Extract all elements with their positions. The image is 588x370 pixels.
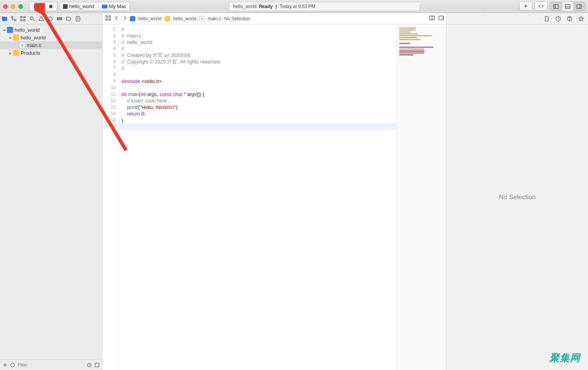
status-project: hello_world: [233, 4, 258, 9]
scheme-device[interactable]: My Mac [99, 2, 130, 11]
disclosure-icon[interactable] [8, 51, 12, 55]
window-traffic-lights [3, 4, 23, 9]
scheme-target[interactable]: hello_world [60, 2, 97, 11]
code-line[interactable] [121, 71, 394, 78]
activity-status[interactable]: hello_world: Ready | Today at 9:53 PM [229, 2, 420, 11]
code-line[interactable]: // insert code here... [121, 97, 394, 104]
breadcrumb-label: No Selection [224, 16, 250, 21]
svg-point-7 [11, 16, 13, 18]
status-state: Ready [259, 4, 273, 9]
scheme-device-label: My Mac [109, 3, 126, 9]
source-control-icon[interactable] [11, 16, 17, 22]
toolbar: hello_world › My Mac hello_world: Ready … [0, 0, 588, 13]
breadcrumb-label: main.c [207, 16, 221, 21]
toggle-left-panel[interactable] [550, 2, 562, 11]
file-inspector-icon[interactable] [544, 16, 550, 22]
find-navigator-icon[interactable] [29, 16, 35, 22]
breadcrumb-2[interactable]: cmain.c [199, 16, 221, 21]
tree-item-hello_world[interactable]: hello_world [0, 26, 102, 34]
code-line[interactable] [121, 84, 394, 91]
minimap[interactable] [397, 24, 446, 370]
chevron-right-icon: › [197, 16, 198, 21]
help-inspector-icon[interactable] [567, 16, 573, 22]
close-window-button[interactable] [3, 4, 8, 9]
code-line[interactable]: // [121, 26, 394, 32]
svg-rect-23 [109, 19, 110, 20]
debug-navigator-icon[interactable] [57, 16, 63, 22]
code-line[interactable]: // Created by 亓官 on 2020/3/8. [121, 52, 394, 58]
filter-scope-icon[interactable] [10, 362, 15, 368]
add-icon[interactable] [2, 362, 8, 368]
breadcrumb-1[interactable]: hello_world [165, 16, 196, 21]
code-line[interactable]: // [121, 65, 394, 71]
navigator-tabs [0, 13, 102, 24]
tree-item-Products[interactable]: Products [0, 49, 102, 57]
disclosure-icon[interactable] [8, 36, 12, 39]
code-line[interactable]: // hello_world [121, 39, 394, 45]
symbol-navigator-icon[interactable] [20, 16, 26, 22]
svg-point-17 [11, 363, 15, 367]
nav-forward-button[interactable] [121, 15, 128, 23]
svg-rect-15 [57, 19, 62, 20]
nav-back-button[interactable] [113, 15, 120, 23]
breakpoint-navigator-icon[interactable] [66, 16, 72, 22]
svg-rect-5 [577, 5, 582, 8]
test-navigator-icon[interactable] [47, 16, 53, 22]
minimize-window-button[interactable] [11, 4, 15, 9]
run-button[interactable] [29, 2, 42, 11]
code-line[interactable]: // [121, 45, 394, 52]
code-line[interactable]: } [121, 117, 394, 123]
stop-icon [49, 4, 53, 9]
project-icon [7, 27, 13, 33]
tree-item-main-c[interactable]: cmain.c [0, 41, 102, 49]
toggle-right-panel[interactable] [573, 2, 585, 11]
code-line[interactable]: // Copyright © 2020 亓官. All rights reser… [121, 58, 394, 65]
issue-navigator-icon[interactable] [38, 16, 44, 22]
tree-item-hello_world[interactable]: hello_world [0, 34, 102, 41]
breadcrumb-3[interactable]: No Selection [224, 16, 250, 21]
editor-layout-icon[interactable] [429, 15, 435, 22]
tree-item-label: hello_world [15, 27, 40, 33]
code-review-button[interactable] [535, 2, 548, 11]
code-line[interactable]: #include <stdio.h> [121, 78, 394, 84]
tree-item-label: main.c [27, 42, 41, 48]
code-line[interactable]: printf("Hello, World!\n"); [121, 104, 394, 110]
svg-rect-21 [109, 16, 110, 17]
code-line[interactable]: // main.c [121, 32, 394, 39]
report-navigator-icon[interactable] [75, 16, 81, 22]
svg-rect-14 [57, 18, 62, 18]
folder-icon [165, 16, 170, 21]
tree-item-label: hello_world [21, 35, 46, 41]
svg-rect-20 [106, 16, 107, 17]
disclosure-icon[interactable] [2, 28, 6, 32]
project-icon [130, 16, 135, 21]
svg-rect-9 [21, 16, 22, 18]
zoom-window-button[interactable] [18, 4, 23, 9]
svg-rect-22 [106, 19, 107, 20]
inspector-tabs [447, 13, 588, 24]
svg-rect-11 [21, 19, 22, 21]
code-editor[interactable]: //// main.c// hello_world//// Created by… [118, 24, 397, 370]
scheme-selector[interactable]: hello_world › My Mac [60, 2, 130, 11]
attributes-inspector-icon[interactable] [578, 16, 584, 22]
library-plus-button[interactable] [519, 2, 532, 11]
svg-rect-12 [24, 19, 25, 21]
history-inspector-icon[interactable] [555, 16, 561, 22]
toggle-bottom-panel[interactable] [562, 2, 573, 11]
scheme-target-label: hello_world [69, 3, 94, 9]
recent-icon[interactable] [87, 362, 92, 368]
code-line[interactable]: int main(int argc, const char * argv[]) … [121, 91, 394, 97]
watermark: 聚集网 [549, 351, 580, 365]
stop-button[interactable] [44, 2, 57, 11]
project-navigator-icon[interactable] [2, 16, 8, 22]
related-items-icon[interactable] [105, 15, 112, 23]
filter-input[interactable] [18, 362, 84, 368]
scm-filter-icon[interactable] [94, 362, 100, 368]
plus-icon [523, 4, 528, 8]
c-file-icon: c [199, 16, 204, 21]
add-editor-icon[interactable] [439, 15, 444, 22]
breadcrumb-0[interactable]: hello_world [130, 16, 162, 21]
breadcrumb-label: hello_world [173, 16, 196, 21]
svg-rect-1 [554, 5, 558, 8]
code-line[interactable]: return 0; [121, 110, 394, 117]
